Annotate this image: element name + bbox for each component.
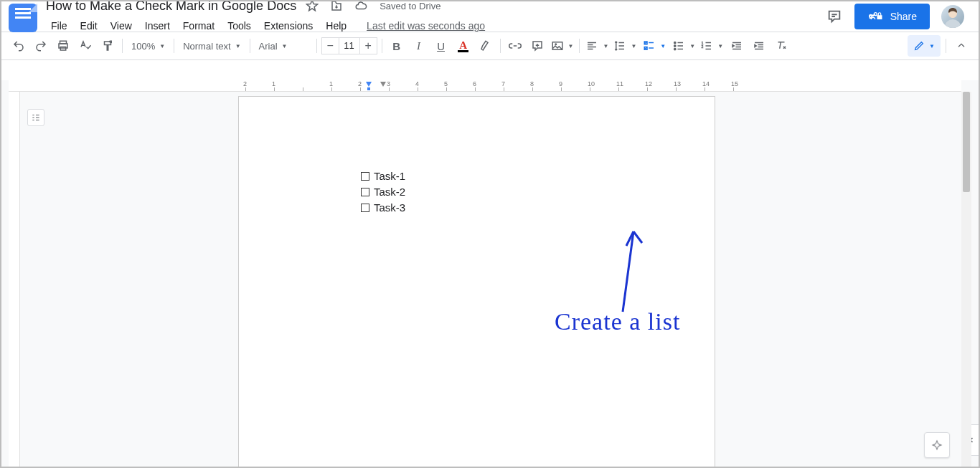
highlight-button[interactable] [476, 36, 496, 56]
line-spacing-button[interactable]: ▼ [612, 36, 638, 56]
scrollbar-thumb[interactable] [963, 92, 970, 192]
insert-image-button[interactable]: ▼ [550, 36, 575, 56]
font-size-decrease[interactable]: − [321, 37, 339, 54]
checkbox-icon[interactable] [361, 204, 369, 212]
style-select[interactable]: Normal text▼ [179, 36, 245, 56]
toolbar: 100%▼ Normal text▼ Arial▼ − 11 + B I U A… [1, 32, 979, 60]
menu-tools[interactable]: Tools [222, 17, 256, 34]
list-item: Task-3 [361, 200, 405, 216]
font-size-control[interactable]: − 11 + [321, 37, 377, 54]
decrease-indent-button[interactable] [727, 36, 747, 56]
menu-format[interactable]: Format [178, 17, 220, 34]
bulleted-list-button[interactable]: ▼ [671, 36, 697, 56]
paint-format-button[interactable] [98, 36, 118, 56]
font-select[interactable]: Arial▼ [255, 36, 312, 56]
workspace: 21123456789101112131415 Task-1 Task-2 Ta… [1, 80, 979, 467]
add-comment-button[interactable] [527, 36, 547, 56]
star-icon[interactable] [303, 0, 321, 14]
menu-file[interactable]: File [46, 17, 72, 34]
vertical-ruler[interactable] [9, 92, 20, 467]
editing-mode-button[interactable]: ▼ [908, 35, 941, 57]
numbered-list-button[interactable]: 12▼ [699, 36, 725, 56]
menu-extensions[interactable]: Extensions [259, 17, 318, 34]
spellcheck-button[interactable] [75, 36, 95, 56]
underline-button[interactable]: U [431, 36, 451, 56]
text-color-button[interactable]: A [453, 36, 473, 56]
menu-insert[interactable]: Insert [140, 17, 175, 34]
checkbox-icon[interactable] [361, 188, 369, 196]
saved-status: Saved to Drive [380, 1, 440, 11]
checkbox-icon[interactable] [361, 172, 369, 181]
explore-button[interactable] [924, 432, 950, 458]
docs-logo[interactable] [9, 4, 37, 32]
font-size-value[interactable]: 11 [339, 37, 360, 54]
account-avatar[interactable] [941, 5, 964, 28]
cloud-icon [352, 0, 369, 14]
document-content[interactable]: Task-1 Task-2 Task-3 [361, 168, 405, 216]
annotation-text: Create a list [555, 308, 680, 335]
bold-button[interactable]: B [387, 36, 407, 56]
redo-button[interactable] [31, 36, 51, 56]
move-icon[interactable] [328, 0, 345, 14]
document-title[interactable]: How to Make a Check Mark in Google Docs [46, 0, 296, 14]
horizontal-ruler[interactable]: 21123456789101112131415 [9, 80, 961, 92]
document-page[interactable]: Task-1 Task-2 Task-3 Create a list [238, 96, 715, 467]
italic-button[interactable]: I [409, 36, 429, 56]
comments-icon[interactable] [826, 8, 843, 25]
clear-formatting-button[interactable] [771, 36, 791, 56]
undo-button[interactable] [9, 36, 29, 56]
insert-link-button[interactable] [505, 36, 525, 56]
list-item: Task-2 [361, 184, 405, 200]
font-size-increase[interactable]: + [360, 37, 377, 54]
annotation-arrow [619, 226, 662, 319]
zoom-select[interactable]: 100%▼ [127, 36, 169, 56]
menu-edit[interactable]: Edit [75, 17, 103, 34]
outline-toggle[interactable] [27, 109, 44, 126]
print-button[interactable] [53, 36, 73, 56]
align-button[interactable]: ▼ [584, 36, 610, 56]
svg-point-16 [674, 48, 676, 49]
svg-rect-19 [367, 87, 370, 90]
share-label: Share [890, 11, 917, 22]
increase-indent-button[interactable] [749, 36, 769, 56]
svg-text:2: 2 [702, 44, 704, 49]
svg-point-14 [674, 42, 676, 43]
menu-view[interactable]: View [105, 17, 137, 34]
list-item: Task-1 [361, 168, 405, 184]
last-edit-link[interactable]: Last edit was seconds ago [362, 17, 490, 34]
vertical-scrollbar[interactable] [961, 92, 971, 467]
hide-menus-button[interactable] [951, 36, 971, 56]
svg-point-11 [555, 44, 557, 45]
share-button[interactable]: Share [854, 4, 930, 29]
svg-point-15 [674, 45, 676, 47]
svg-point-5 [945, 19, 961, 28]
menu-help[interactable]: Help [321, 17, 352, 34]
checklist-button[interactable]: ▼ [640, 36, 669, 56]
